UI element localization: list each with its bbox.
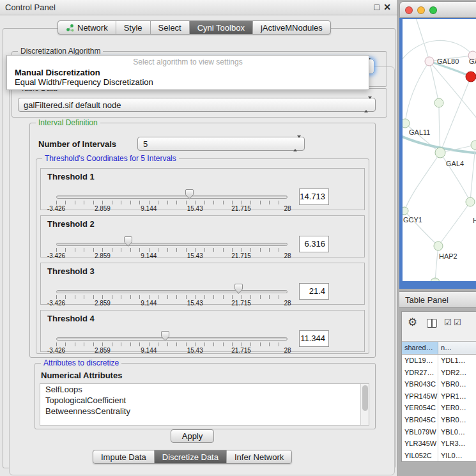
number-of-intervals-label: Number of Intervals (38, 139, 116, 149)
threshold-slider[interactable]: -3.4262.8599.14415.4321.71528 (56, 327, 288, 353)
columns-icon[interactable] (427, 319, 437, 328)
group-title: Interval Definition (36, 118, 100, 127)
number-of-intervals-combobox[interactable]: 5 (137, 137, 305, 151)
scale-label: 2.859 (95, 205, 111, 212)
slider-scale: -3.4262.8599.14415.4321.71528 (56, 205, 288, 212)
table-cell: YDR2… (438, 367, 476, 379)
slider-thumb[interactable] (234, 283, 243, 295)
table-data-combobox[interactable]: galFiltered.sif default node (18, 98, 376, 112)
threshold-value-field[interactable]: 14.713 (299, 188, 329, 205)
network-node[interactable] (435, 148, 445, 158)
network-node[interactable] (434, 98, 443, 107)
threshold-label: Threshold 2 (47, 219, 95, 229)
scale-label: 28 (284, 252, 291, 259)
tab-infer-network[interactable]: Infer Network (227, 450, 291, 463)
threshold-value-field[interactable]: 6.316 (299, 236, 329, 252)
table-row[interactable]: YBL079WYBL0… (402, 426, 476, 438)
scale-label: 2.859 (95, 347, 111, 354)
window-title: Control Panel (5, 3, 56, 12)
slider-thumb[interactable] (160, 330, 170, 342)
network-node[interactable] (403, 119, 410, 128)
network-view-frame: GAL80GAGAL11GAL4GCY1HAP2H (399, 18, 476, 289)
network-node[interactable] (425, 57, 434, 66)
close-icon[interactable]: ✕ (383, 2, 391, 12)
network-edge (440, 77, 471, 153)
threshold-value-field[interactable]: 11.344 (299, 330, 329, 347)
apply-button[interactable]: Apply (171, 429, 214, 443)
column-header-2[interactable]: n… (438, 342, 476, 354)
table-cell: YDR27… (402, 367, 438, 379)
popup-option-manual-discretization[interactable]: Manual Discretization (7, 68, 369, 77)
table-row[interactable]: YPR145WYPR1… (402, 390, 476, 403)
table-row[interactable]: YDR27…YDR2… (402, 367, 476, 379)
tab-network[interactable]: Network (58, 21, 116, 34)
table-cell: YDL19… (402, 355, 438, 367)
slider-track[interactable] (56, 243, 288, 246)
tab-style[interactable]: Style (116, 21, 151, 34)
table-row[interactable]: YIL052CYIL0… (402, 450, 476, 461)
tab-impute-data[interactable]: Impute Data (93, 450, 155, 463)
select-column-checkbox-icon[interactable]: ☑ (454, 318, 461, 327)
zoom-traffic-light-icon[interactable] (429, 6, 437, 14)
slider-track[interactable] (56, 337, 288, 341)
table-row[interactable]: YBR043CYBR0… (402, 378, 476, 390)
combo-value: galFiltered.sif default node (24, 100, 121, 110)
attribute-item-selfloops[interactable]: SelfLoops (40, 384, 369, 395)
tab-jactivemnodules[interactable]: jActiveMNodules (253, 21, 330, 34)
tab-cyni-toolbox[interactable]: Cyni Toolbox (190, 21, 253, 34)
network-node-label: H (473, 217, 476, 224)
tab-select[interactable]: Select (151, 21, 190, 34)
slider-track[interactable] (56, 290, 288, 293)
control-panel-window: Control Panel □ ✕ NetworkStyleSelectCyni… (0, 0, 398, 476)
slider-track[interactable] (56, 196, 288, 199)
column-header-1[interactable]: shared… (402, 342, 438, 354)
scale-label: 21.715 (231, 347, 251, 354)
close-traffic-light-icon[interactable] (405, 6, 413, 14)
table-row[interactable]: YLR345WYLR3… (402, 438, 476, 450)
attributes-list[interactable]: SelfLoopsTopologicalCoefficientBetweenne… (40, 383, 369, 426)
threshold-slider[interactable]: -3.4262.8599.14415.4321.71528 (56, 185, 288, 211)
network-node[interactable] (403, 207, 408, 215)
scrollbar[interactable] (360, 384, 369, 425)
table-row[interactable]: YDL19…YDL1… (402, 355, 476, 367)
table-cell: YDL1… (438, 355, 476, 367)
threshold-slider[interactable]: -3.4262.8599.14415.4321.71528 (56, 280, 288, 305)
scale-label: -3.426 (47, 300, 65, 307)
combo-value: 5 (143, 139, 148, 149)
traffic-lights (405, 6, 437, 14)
scrollbar-thumb[interactable] (362, 385, 368, 411)
network-graph[interactable]: GAL80GAGAL11GAL4GCY1HAP2H (403, 19, 476, 281)
slider-thumb[interactable] (123, 236, 133, 247)
network-node[interactable] (466, 72, 476, 82)
scale-label: 21.715 (231, 300, 251, 307)
threshold-label: Threshold 1 (47, 172, 95, 181)
table-row[interactable]: YER054CYER0… (402, 402, 476, 414)
network-node[interactable] (466, 197, 475, 206)
network-node[interactable] (431, 278, 440, 281)
attribute-item-betweennesscentrality[interactable]: BetweennessCentrality (40, 406, 369, 417)
network-node-label: GA (469, 58, 476, 65)
network-edge (439, 103, 440, 153)
network-node[interactable] (471, 141, 476, 150)
popup-option-equal-width-frequency-discretization[interactable]: Equal Width/Frequency Discretization (7, 77, 369, 87)
select-all-checkbox-icon[interactable]: ☑ (444, 318, 452, 327)
slider-scale: -3.4262.8599.14415.4321.71528 (56, 347, 288, 354)
attribute-item-topologicalcoefficient[interactable]: TopologicalCoefficient (40, 395, 369, 406)
minimize-traffic-light-icon[interactable] (417, 6, 425, 14)
threshold-slider[interactable]: -3.4262.8599.14415.4321.71528 (56, 233, 288, 258)
combo-stepper-icon (364, 99, 372, 111)
minimize-icon[interactable]: □ (374, 2, 380, 12)
numerical-attributes-label: Numerical Attributes (41, 371, 122, 380)
tab-discretize-data[interactable]: Discretize Data (155, 450, 227, 463)
slider-thumb[interactable] (185, 188, 194, 200)
network-node[interactable] (434, 242, 443, 250)
table-row[interactable]: YBR045CYBR0… (402, 414, 476, 426)
scale-label: 15.43 (187, 300, 203, 307)
scale-label: 2.859 (95, 300, 111, 307)
table-header-row: shared…n… (402, 341, 476, 355)
threshold-value-field[interactable]: 21.4 (299, 283, 329, 300)
gear-icon[interactable]: ⚙ (408, 317, 417, 328)
tab-label: Select (158, 23, 181, 33)
top-tab-bar: NetworkStyleSelectCyni ToolboxjActiveMNo… (58, 20, 331, 35)
network-view[interactable]: GAL80GAGAL11GAL4GCY1HAP2H (403, 19, 476, 281)
